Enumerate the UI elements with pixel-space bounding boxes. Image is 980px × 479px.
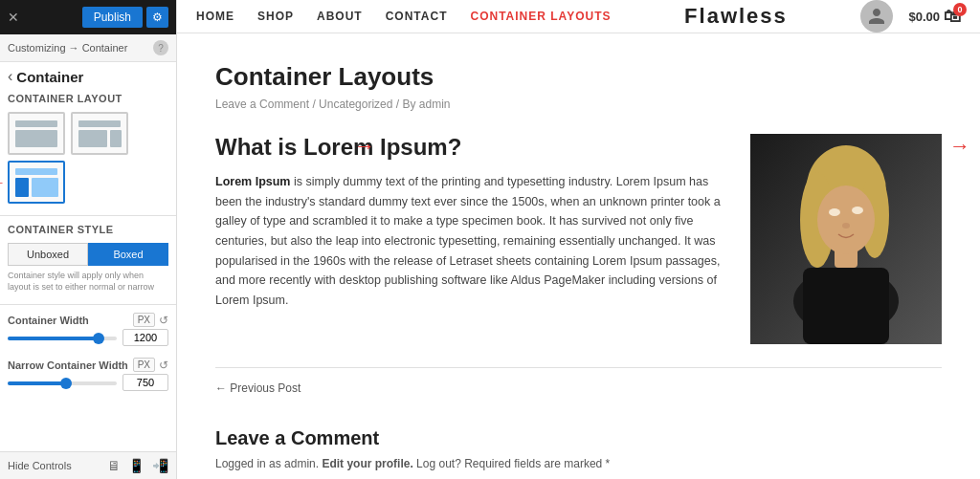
- layout-option-full[interactable]: [8, 112, 65, 155]
- sidebar-top-bar: ✕ Publish ⚙: [0, 0, 176, 34]
- article-text: What is Lorem Ipsum? Lorem Ipsum is simp…: [215, 134, 727, 344]
- svg-point-7: [829, 208, 840, 216]
- container-width-input[interactable]: 1200: [122, 329, 168, 346]
- publish-area: Publish ⚙: [82, 7, 168, 28]
- container-style-label: Container Style: [8, 224, 168, 239]
- required-fields-note: Required fields are marked *: [464, 457, 610, 470]
- layout-option-right-sidebar[interactable]: [71, 112, 128, 155]
- publish-button[interactable]: Publish: [82, 7, 143, 28]
- unboxed-button[interactable]: Unboxed: [8, 243, 88, 266]
- sidebar-section-heading: Container: [16, 69, 83, 85]
- style-note: Container style will apply only when lay…: [8, 271, 168, 293]
- page-body: → → Container Layouts Leave a Comment / …: [177, 33, 980, 479]
- main-content: HOME SHOP ABOUT CONTACT CONTAINER LAYOUT…: [177, 0, 980, 479]
- hide-controls-label: Hide Controls: [8, 460, 100, 471]
- article-body: Lorem Ipsum is simply dummy text of the …: [215, 172, 727, 310]
- edit-profile-strong: Edit your profile.: [322, 457, 412, 470]
- sidebar: ✕ Publish ⚙ Customizing → Container ? ‹ …: [0, 0, 177, 479]
- page-meta: Leave a Comment / Uncategorized / By adm…: [215, 98, 942, 111]
- meta-by: By: [402, 98, 415, 111]
- nav-shop[interactable]: SHOP: [257, 10, 294, 23]
- sidebar-footer: Hide Controls 🖥 📱 📲: [0, 451, 176, 479]
- article-layout: What is Lorem Ipsum? Lorem Ipsum is simp…: [215, 134, 942, 344]
- cart-badge: 0: [953, 3, 967, 16]
- arrow-left-indicator: →: [354, 134, 375, 159]
- svg-point-9: [842, 223, 850, 229]
- narrow-refresh-icon[interactable]: ↺: [159, 359, 168, 372]
- narrow-width-slider[interactable]: [8, 381, 117, 385]
- edit-profile-link[interactable]: Edit your profile.: [322, 457, 412, 470]
- nav-about[interactable]: ABOUT: [317, 10, 363, 23]
- site-brand: Flawless: [684, 4, 788, 29]
- avatar[interactable]: [860, 0, 893, 33]
- svg-point-8: [852, 207, 863, 214]
- mobile-icon[interactable]: 📲: [152, 458, 168, 473]
- comment-title: Leave a Comment: [215, 427, 942, 449]
- svg-rect-11: [803, 268, 889, 344]
- article-image: [750, 134, 942, 344]
- help-icon[interactable]: ?: [153, 40, 168, 55]
- comment-section: Leave a Comment Logged in as admin. Edit…: [215, 427, 942, 470]
- container-layout-label: Container Layout: [0, 85, 176, 108]
- breadcrumb: Customizing → Container: [8, 42, 127, 54]
- publish-gear-button[interactable]: ⚙: [146, 7, 168, 28]
- svg-point-6: [817, 185, 875, 254]
- nav-container-layouts[interactable]: CONTAINER LAYOUTS: [470, 10, 611, 23]
- narrow-width-label: Narrow Container Width: [8, 359, 128, 371]
- layout-option-left-sidebar[interactable]: ←: [8, 161, 65, 204]
- monitor-icon[interactable]: 🖥: [107, 458, 121, 473]
- narrow-unit-area: PX ↺: [133, 358, 168, 372]
- page-title: Container Layouts: [215, 62, 942, 92]
- container-width-slider[interactable]: [8, 337, 117, 340]
- cart-price: $0.00: [908, 10, 940, 24]
- category-link[interactable]: Uncategorized: [319, 98, 392, 111]
- article-heading: What is Lorem Ipsum?: [215, 134, 727, 161]
- nav-contact[interactable]: CONTACT: [386, 10, 448, 23]
- comment-meta: Logged in as admin. Edit your profile. L…: [215, 457, 942, 470]
- nav-links: HOME SHOP ABOUT CONTACT CONTAINER LAYOUT…: [196, 10, 611, 23]
- narrow-width-section: Narrow Container Width PX ↺ 750: [0, 354, 176, 395]
- cart-icon: 🛍 0: [944, 7, 961, 27]
- arrow-right-indicator: →: [949, 134, 970, 159]
- boxed-button[interactable]: Boxed: [88, 243, 168, 266]
- container-width-unit: PX: [133, 313, 155, 327]
- leave-comment-link[interactable]: Leave a Comment: [215, 98, 309, 111]
- narrow-width-input[interactable]: 750: [122, 374, 168, 391]
- logout-link[interactable]: Log out?: [416, 457, 461, 470]
- nav-right: $0.00 🛍 0: [860, 0, 961, 33]
- tablet-icon[interactable]: 📱: [128, 458, 145, 473]
- close-icon[interactable]: ✕: [8, 10, 19, 25]
- width-unit-area: PX ↺: [133, 313, 168, 327]
- top-nav: HOME SHOP ABOUT CONTACT CONTAINER LAYOUT…: [177, 0, 980, 33]
- cart-area[interactable]: $0.00 🛍 0: [908, 7, 961, 27]
- post-navigation: ← Previous Post: [215, 367, 942, 408]
- breadcrumb-bar: Customizing → Container ?: [0, 34, 176, 62]
- author-link[interactable]: admin: [419, 98, 451, 111]
- back-arrow-icon[interactable]: ‹: [8, 68, 12, 85]
- container-width-label: Container Width: [8, 315, 89, 326]
- container-width-section: Container Width PX ↺ 1200: [0, 309, 176, 350]
- nav-home[interactable]: HOME: [196, 10, 234, 23]
- container-style-section: Container Style Unboxed Boxed Container …: [0, 220, 176, 300]
- narrow-width-unit: PX: [133, 358, 155, 372]
- lorem-ipsum-strong: Lorem Ipsum: [215, 175, 291, 188]
- refresh-icon[interactable]: ↺: [159, 314, 168, 327]
- article-body-text: is simply dummy text of the printing and…: [215, 175, 721, 307]
- style-buttons-group: Unboxed Boxed: [8, 243, 168, 266]
- layout-options-group: ←: [0, 108, 176, 211]
- previous-post-link[interactable]: ← Previous Post: [215, 381, 942, 395]
- comment-logged-in: Logged in as admin.: [215, 457, 319, 470]
